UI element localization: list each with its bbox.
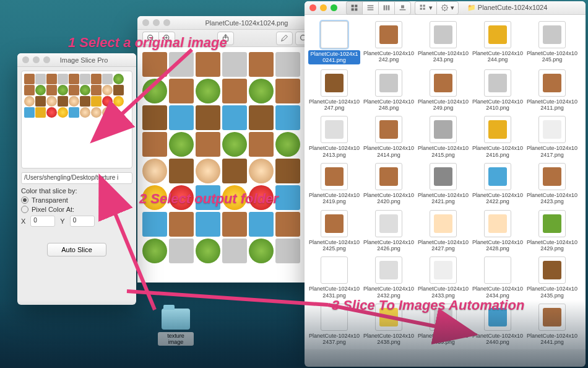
preview-titlebar[interactable]: PlanetCute-1024x1024.png xyxy=(137,16,317,30)
svg-rect-17 xyxy=(384,5,385,10)
desktop-folder[interactable]: texture image xyxy=(158,309,194,346)
markup-button[interactable] xyxy=(276,32,293,45)
slice-preview[interactable] xyxy=(21,71,132,169)
sprite-tile xyxy=(58,96,68,107)
file-item[interactable]: PlanetCute-1024x10242.png xyxy=(363,21,415,64)
file-thumbnail xyxy=(321,21,348,48)
action-button[interactable]: ▾ xyxy=(436,1,459,15)
file-item[interactable]: PlanetCute-1024x102438.png xyxy=(363,304,415,346)
column-view-button[interactable] xyxy=(378,1,394,15)
file-item[interactable]: PlanetCute-1024x102433.png xyxy=(417,256,469,299)
annotation-step3: 3 Slice To Images Automation xyxy=(332,299,524,312)
file-name: PlanetCute-1024x102441.png xyxy=(526,333,578,346)
minimize-icon[interactable] xyxy=(153,19,160,26)
file-item[interactable]: PlanetCute-1024x102420.png xyxy=(363,163,415,205)
sprite-tile xyxy=(275,52,300,77)
file-item[interactable]: PlanetCute-1024x10243.png xyxy=(417,21,469,64)
file-item[interactable]: PlanetCute-1024x102435.png xyxy=(526,256,578,299)
file-name: PlanetCute-1024x10244.png xyxy=(472,50,524,63)
file-item[interactable]: PlanetCute-1024x102434.png xyxy=(472,256,524,299)
svg-rect-11 xyxy=(355,5,357,7)
zoom-icon[interactable] xyxy=(43,56,50,63)
finder-title: 📁 PlanetCute-1024x1024 xyxy=(459,4,556,12)
file-thumbnail xyxy=(375,21,402,48)
file-item[interactable]: PlanetCute-1024x102417.png xyxy=(526,116,578,158)
sprite-tile xyxy=(169,79,194,103)
file-item[interactable]: PlanetCute-1024x102416.png xyxy=(472,116,524,158)
file-item[interactable]: PlanetCute-1024x102422.png xyxy=(472,163,524,205)
close-icon[interactable] xyxy=(309,4,316,11)
sprite-tile xyxy=(142,79,167,103)
minimize-icon[interactable] xyxy=(33,56,40,63)
file-name: PlanetCute-1024x102415.png xyxy=(417,145,469,158)
file-item[interactable]: PlanetCute-1024x102411.png xyxy=(526,69,578,112)
preview-canvas[interactable] xyxy=(137,47,317,283)
file-item[interactable]: PlanetCute-1024x10248.png xyxy=(363,69,415,112)
file-item[interactable]: PlanetCute-1024x102427.png xyxy=(417,210,469,252)
file-item[interactable]: PlanetCute-1024x10249.png xyxy=(417,69,469,112)
file-item[interactable]: PlanetCute-1024x10247.png xyxy=(308,69,360,112)
output-path-field[interactable]: /Users/shengling/Desktop/texture i xyxy=(21,172,132,184)
file-item[interactable]: PlanetCute-1024x102431.png xyxy=(308,256,360,299)
sprite-tile xyxy=(91,74,102,84)
file-thumbnail xyxy=(375,256,402,284)
file-item[interactable]: PlanetCute-1024x10241.png xyxy=(308,21,360,64)
file-thumbnail xyxy=(321,304,348,331)
file-item[interactable]: PlanetCute-1024x10244.png xyxy=(472,21,524,64)
sprite-tile xyxy=(275,105,300,130)
svg-rect-25 xyxy=(423,8,425,10)
file-item[interactable]: PlanetCute-1024x102428.png xyxy=(472,210,524,252)
file-item[interactable]: PlanetCute-1024x102415.png xyxy=(417,116,469,158)
file-thumbnail xyxy=(321,69,348,97)
radio-pixel-label: Pixel Color At: xyxy=(32,206,74,213)
svg-line-31 xyxy=(328,305,446,328)
file-item[interactable]: PlanetCute-1024x10245.png xyxy=(526,21,578,64)
file-item[interactable]: PlanetCute-1024x102425.png xyxy=(308,210,360,252)
list-view-button[interactable] xyxy=(362,1,378,15)
radio-pixel-color[interactable]: Pixel Color At: xyxy=(21,206,132,213)
finder-titlebar[interactable]: ▾ ▾ 📁 PlanetCute-1024x1024 xyxy=(305,1,586,15)
coverflow-view-button[interactable] xyxy=(394,1,411,15)
zoom-icon[interactable] xyxy=(331,4,337,11)
sprite-tile xyxy=(222,212,247,237)
file-item[interactable]: PlanetCute-1024x102426.png xyxy=(363,210,415,252)
file-item[interactable]: PlanetCute-1024x102423.png xyxy=(526,163,578,205)
file-item[interactable]: PlanetCute-1024x102437.png xyxy=(308,304,360,346)
file-item[interactable]: PlanetCute-1024x102429.png xyxy=(526,210,578,252)
x-input[interactable]: 0 xyxy=(30,216,55,227)
file-item[interactable]: PlanetCute-1024x102410.png xyxy=(472,69,524,112)
file-item[interactable]: PlanetCute-1024x102440.png xyxy=(472,304,524,346)
file-item[interactable]: PlanetCute-1024x102439.png xyxy=(417,304,469,346)
file-item[interactable]: PlanetCute-1024x102421.png xyxy=(417,163,469,205)
file-item[interactable]: PlanetCute-1024x102419.png xyxy=(308,163,360,205)
arrange-button[interactable]: ▾ xyxy=(415,1,436,15)
slice-titlebar[interactable]: Image Slice Pro xyxy=(17,53,136,67)
sprite-tile xyxy=(91,107,102,118)
minimize-icon[interactable] xyxy=(320,4,327,11)
file-item[interactable]: PlanetCute-1024x102414.png xyxy=(363,116,415,158)
sprite-tile xyxy=(196,52,220,77)
file-item[interactable]: PlanetCute-1024x102441.png xyxy=(526,304,578,346)
y-input[interactable]: 0 xyxy=(70,216,95,227)
sprite-tile xyxy=(69,74,79,84)
radio-transparent[interactable]: Transparent xyxy=(21,196,132,204)
zoom-icon[interactable] xyxy=(163,19,170,26)
close-icon[interactable] xyxy=(22,56,29,63)
icon-view-button[interactable] xyxy=(346,1,362,15)
file-item[interactable]: PlanetCute-1024x102413.png xyxy=(308,116,360,158)
file-thumbnail xyxy=(430,21,457,48)
file-name: PlanetCute-1024x102435.png xyxy=(526,286,578,299)
radio-transparent-label: Transparent xyxy=(32,196,68,204)
sprite-tile xyxy=(196,239,220,263)
file-thumbnail xyxy=(484,210,511,237)
file-thumbnail xyxy=(484,21,511,48)
sprite-tile xyxy=(169,105,194,130)
file-item[interactable]: PlanetCute-1024x102432.png xyxy=(363,256,415,299)
sprite-tile xyxy=(69,118,79,129)
sprite-tile xyxy=(222,105,247,130)
desktop-folder-label: texture image xyxy=(158,332,194,346)
file-thumbnail xyxy=(375,304,402,331)
sprite-tile xyxy=(142,132,167,157)
close-icon[interactable] xyxy=(142,19,149,26)
auto-slice-button[interactable]: Auto Slice xyxy=(47,243,106,256)
